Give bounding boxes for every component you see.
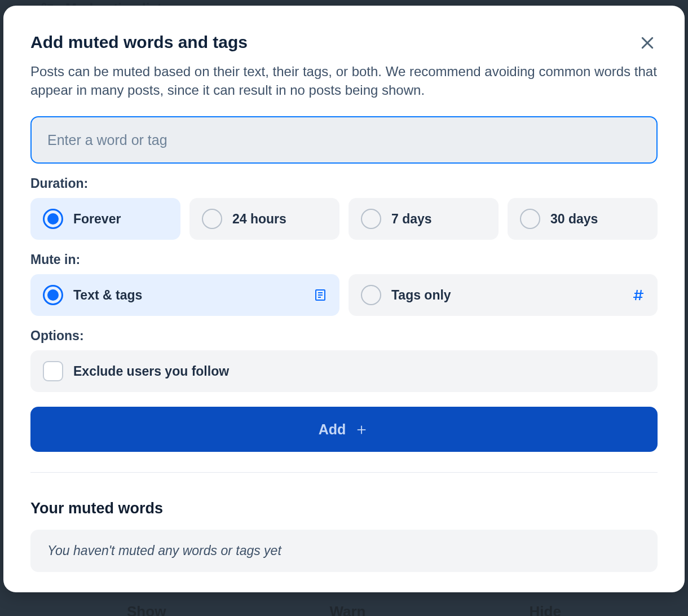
duration-label: Duration: <box>30 176 658 191</box>
duration-7-days[interactable]: 7 days <box>349 198 499 240</box>
radio-icon <box>43 209 63 229</box>
mute-in-label: Mute in: <box>30 252 658 267</box>
muted-words-title: Your muted words <box>30 500 658 517</box>
radio-icon <box>202 209 222 229</box>
radio-icon <box>361 285 381 305</box>
text-icon <box>314 288 327 302</box>
modal-description: Posts can be muted based on their text, … <box>30 62 658 99</box>
duration-group: Forever 24 hours 7 days 30 days <box>30 198 658 240</box>
add-button-label: Add <box>319 421 346 438</box>
word-input[interactable] <box>30 116 658 164</box>
radio-label: Text & tags <box>73 288 303 303</box>
mute-in-text-and-tags[interactable]: Text & tags <box>30 274 339 316</box>
option-exclude-follows[interactable]: Exclude users you follow <box>30 350 658 392</box>
plus-icon: ＋ <box>354 419 369 440</box>
option-label: Exclude users you follow <box>73 364 645 379</box>
options-label: Options: <box>30 328 658 344</box>
close-button[interactable] <box>637 33 658 53</box>
add-muted-words-modal: Add muted words and tags Posts can be mu… <box>3 6 685 592</box>
mute-in-group: Text & tags Tags only <box>30 274 658 316</box>
divider <box>30 472 658 473</box>
checkbox-icon <box>43 361 63 381</box>
duration-30-days[interactable]: 30 days <box>508 198 658 240</box>
duration-forever[interactable]: Forever <box>30 198 180 240</box>
modal-title: Add muted words and tags <box>30 33 637 52</box>
mute-in-tags-only[interactable]: Tags only <box>349 274 658 316</box>
close-icon <box>639 34 656 51</box>
radio-label: 24 hours <box>232 212 327 227</box>
add-button[interactable]: Add ＋ <box>30 407 658 452</box>
radio-label: Forever <box>73 212 168 227</box>
backdrop-show-label: Show <box>127 603 166 616</box>
muted-words-empty-state: You haven't muted any words or tags yet <box>30 530 658 572</box>
radio-label: Tags only <box>391 288 621 303</box>
radio-icon <box>520 209 540 229</box>
radio-icon <box>361 209 381 229</box>
backdrop-hide-label: Hide <box>530 603 561 616</box>
duration-24-hours[interactable]: 24 hours <box>189 198 339 240</box>
backdrop-warn-label: Warn <box>329 603 365 616</box>
radio-label: 7 days <box>391 212 486 227</box>
hash-icon <box>632 288 645 302</box>
radio-label: 30 days <box>550 212 645 227</box>
radio-icon <box>43 285 63 305</box>
